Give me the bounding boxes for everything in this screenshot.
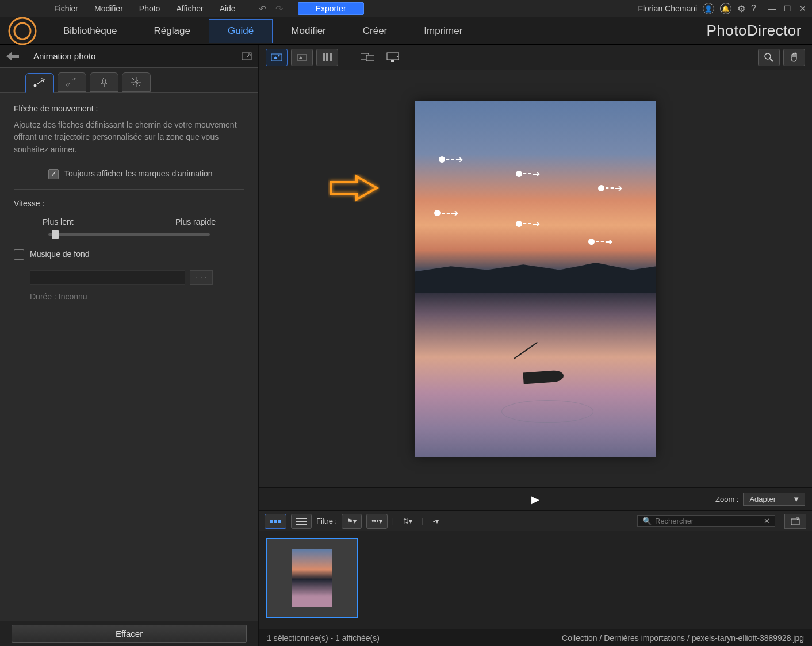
tab-guided[interactable]: Guidé — [209, 19, 273, 43]
breadcrumb: Collection / Dernières importations / pe… — [562, 633, 804, 643]
status-bar: 1 sélectionnée(s) - 1 affichée(s) Collec… — [259, 629, 812, 646]
play-button[interactable]: ▶ — [531, 493, 539, 506]
svg-rect-29 — [270, 520, 273, 523]
tab-print[interactable]: Imprimer — [405, 20, 481, 43]
zoom-select[interactable]: Adapter▼ — [743, 493, 805, 506]
svg-point-0 — [9, 18, 36, 44]
svg-rect-12 — [297, 55, 307, 60]
tab-edit[interactable]: Modifier — [273, 20, 344, 43]
menu-help[interactable]: Aide — [212, 4, 244, 13]
svg-marker-13 — [299, 56, 302, 59]
user-icon[interactable]: 👤 — [703, 3, 714, 14]
svg-rect-31 — [278, 520, 281, 523]
monitor-icon — [386, 52, 399, 63]
filmstrip — [259, 531, 812, 629]
search-box[interactable]: 🔍 ✕ — [637, 515, 775, 527]
motion-marker[interactable]: ➔ — [439, 154, 463, 165]
menu-bar: Fichier Modifier Photo Afficher Aide ↶ ↷… — [0, 0, 812, 17]
thumbnail-image — [292, 549, 332, 607]
svg-rect-14 — [323, 53, 325, 56]
redo-icon[interactable]: ↷ — [272, 3, 286, 14]
filmstrip-large-button[interactable] — [265, 514, 286, 529]
motion-marker[interactable]: ➔ — [516, 218, 540, 229]
back-button[interactable] — [0, 45, 25, 68]
sort-button[interactable]: ⇅▾ — [399, 514, 417, 529]
gear-icon[interactable]: ⚙ — [737, 3, 745, 14]
svg-point-1 — [14, 23, 30, 39]
motion-marker[interactable]: ➔ — [434, 207, 458, 218]
tool-pin[interactable] — [90, 72, 118, 92]
selection-status: 1 sélectionnée(s) - 1 affichée(s) — [267, 633, 380, 643]
fullscreen-button[interactable] — [382, 49, 404, 66]
thumbnail[interactable] — [266, 538, 358, 618]
menu-view[interactable]: Afficher — [168, 4, 211, 13]
stack-button[interactable]: ▪▾ — [428, 514, 443, 529]
svg-rect-35 — [791, 519, 799, 525]
pan-tool-button[interactable] — [783, 49, 805, 66]
arrow-left-icon — [6, 52, 19, 61]
filter-rating-button[interactable]: •••▾ — [366, 514, 388, 529]
menu-file[interactable]: Fichier — [46, 4, 86, 13]
tab-bar: Bibliothèque Réglage Guidé Modifier Crée… — [0, 17, 812, 45]
app-logo — [7, 16, 38, 47]
panel-title: Animation photo — [25, 51, 235, 61]
single-view-icon — [271, 53, 282, 61]
svg-rect-20 — [323, 59, 325, 61]
music-path-input[interactable] — [30, 270, 185, 285]
motion-marker[interactable]: ➔ — [598, 183, 622, 194]
secondary-display-button[interactable] — [357, 49, 378, 66]
speed-slow-label: Plus lent — [43, 216, 74, 229]
view-compare-button[interactable] — [291, 49, 313, 66]
guide-arrow — [328, 174, 380, 202]
motion-marker[interactable]: ➔ — [516, 168, 540, 179]
music-browse-button[interactable]: · · · — [190, 270, 213, 285]
svg-rect-18 — [326, 56, 328, 59]
tab-create[interactable]: Créer — [344, 20, 406, 43]
view-grid-button[interactable] — [316, 49, 338, 66]
erase-button[interactable]: Effacer — [12, 625, 247, 643]
pin-icon — [99, 77, 109, 87]
chevron-down-icon: ▼ — [792, 495, 800, 503]
photo-preview[interactable]: ➔ ➔ ➔ ➔ ➔ ➔ — [415, 101, 656, 457]
canvas[interactable]: ➔ ➔ ➔ ➔ ➔ ➔ — [259, 70, 812, 487]
speed-slider-thumb[interactable] — [52, 230, 59, 239]
filter-flag-button[interactable]: ⚑▾ — [342, 514, 362, 529]
user-name-label: Florian Chemani — [638, 4, 697, 13]
help-icon[interactable]: ? — [751, 3, 756, 14]
tool-motion-arrow[interactable] — [25, 73, 54, 93]
menu-photo[interactable]: Photo — [131, 4, 168, 13]
svg-rect-34 — [296, 524, 307, 525]
show-markers-label: Toujours afficher les marques d'animatio… — [64, 168, 213, 180]
svg-rect-26 — [391, 60, 394, 62]
export-button[interactable]: Exporter — [298, 2, 364, 15]
show-markers-checkbox[interactable]: ✓ — [48, 169, 59, 179]
minimize-icon[interactable]: — — [768, 4, 776, 13]
motion-arrow-icon — [33, 78, 47, 88]
tool-freeze[interactable] — [122, 72, 151, 92]
panel-popup-icon[interactable] — [235, 52, 258, 60]
zoom-tool-button[interactable] — [758, 49, 780, 66]
view-single-button[interactable] — [266, 49, 288, 66]
motion-marker[interactable]: ➔ — [588, 236, 612, 247]
svg-rect-33 — [296, 521, 307, 522]
menu-edit[interactable]: Modifier — [86, 4, 131, 13]
svg-point-27 — [765, 53, 771, 59]
clear-search-icon[interactable]: ✕ — [764, 517, 770, 525]
svg-rect-30 — [274, 520, 277, 523]
close-icon[interactable]: ✕ — [799, 4, 806, 13]
tab-library[interactable]: Bibliothèque — [45, 20, 136, 43]
zoom-label: Zoom : — [715, 495, 738, 503]
export-thumb-button[interactable] — [784, 514, 806, 529]
filmstrip-list-button[interactable] — [291, 514, 312, 529]
grid-icon — [323, 53, 332, 61]
speed-slider[interactable] — [48, 233, 210, 236]
svg-rect-22 — [330, 59, 332, 61]
search-input[interactable] — [655, 517, 764, 525]
music-checkbox[interactable] — [14, 249, 24, 260]
svg-rect-24 — [366, 55, 374, 61]
tool-anchor[interactable] — [58, 72, 86, 92]
bell-icon[interactable]: 🔔 — [720, 3, 731, 14]
maximize-icon[interactable]: ☐ — [784, 4, 791, 13]
undo-icon[interactable]: ↶ — [255, 3, 270, 14]
tab-adjust[interactable]: Réglage — [136, 20, 209, 43]
